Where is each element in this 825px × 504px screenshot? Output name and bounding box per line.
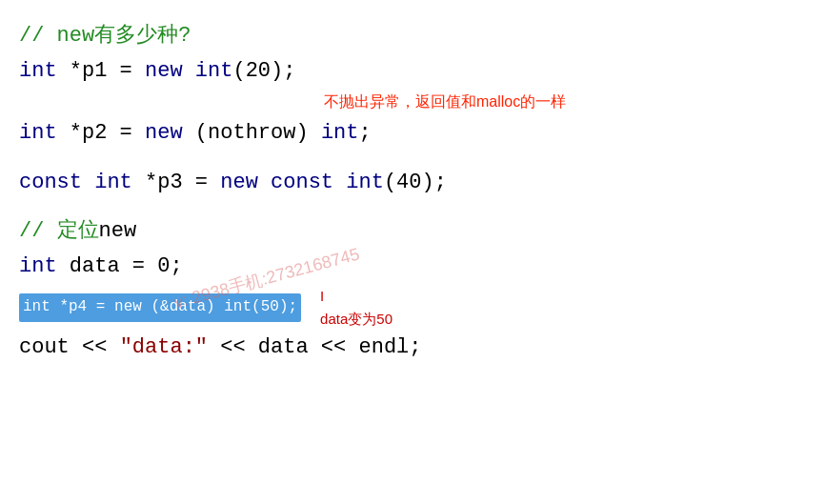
annotation-nothrow: 不抛出异常，返回值和malloc的一样 <box>324 93 566 110</box>
annotation-i: I <box>320 285 392 308</box>
annotation-nothrow-wrapper: 不抛出异常，返回值和malloc的一样 <box>19 90 806 116</box>
keyword-new-2: new <box>145 116 183 150</box>
code-line-3: const int *p3 = new const int(40); <box>19 166 806 199</box>
code-segment-6: cout << <box>19 331 120 364</box>
space-3 <box>82 166 94 199</box>
code-segment-3b: (40); <box>384 166 447 199</box>
keyword-new-1: new <box>145 54 183 88</box>
code-segment-5: *p4 = <box>50 298 114 315</box>
code-line-2: int *p2 = new (nothrow) int; <box>19 116 806 150</box>
keyword-int-2: int <box>19 116 57 150</box>
code-segment-6b: << data << endl; <box>208 331 421 364</box>
code-line-4: int data = 0; <box>19 250 806 283</box>
code-segment-5b: (&data) <box>142 298 224 315</box>
keyword-int-5b: int <box>224 298 252 315</box>
annotation-right-wrapper: I data变为50 <box>320 285 392 331</box>
code-container: // new有多少种? int *p1 = new int(20); 不抛出异常… <box>0 0 825 385</box>
keyword-new-5: new <box>114 298 142 315</box>
keyword-int-3b: int <box>346 166 384 199</box>
code-line-1: int *p1 = new int(20); <box>19 54 806 88</box>
highlighted-code-line-5: int *p4 = new (&data) int(50); <box>19 293 301 322</box>
keyword-int-4: int <box>19 250 57 283</box>
code-segment-2b: (nothrow) <box>183 116 321 150</box>
keyword-int-1: int <box>19 54 57 88</box>
keyword-int-3: int <box>94 166 132 199</box>
spacer-1 <box>19 152 806 166</box>
code-line-6: cout << "data:" << data << endl; <box>19 331 806 364</box>
code-segment-2: *p2 = <box>57 116 145 150</box>
code-segment-1: *p1 = <box>57 54 145 88</box>
code-segment-1b <box>183 54 195 88</box>
code-segment-2c: ; <box>358 116 371 150</box>
space-3c <box>333 166 346 199</box>
keyword-int-2b: int <box>321 116 359 150</box>
annotation-data-change: data变为50 <box>320 308 392 331</box>
keyword-new-3: new <box>220 166 258 199</box>
code-segment-5c: (50); <box>252 298 297 315</box>
code-segment-1c: (20); <box>232 54 295 88</box>
highlighted-line-row: int *p4 = new (&data) int(50); I data变为5… <box>19 285 806 331</box>
code-segment-3: *p3 = <box>132 166 220 199</box>
string-data: "data:" <box>120 331 208 364</box>
keyword-int-5: int <box>23 298 50 315</box>
space-3b <box>258 166 271 199</box>
spacer-2 <box>19 201 806 214</box>
keyword-int-1b: int <box>195 54 233 88</box>
comment-line-2: // 定位new <box>19 214 806 248</box>
code-segment-4: data = 0; <box>57 250 183 283</box>
comment-new-text: new <box>99 214 137 248</box>
keyword-const-3: const <box>19 166 82 199</box>
keyword-const-3b: const <box>271 166 333 199</box>
comment-text-2b: 定位 <box>57 214 99 248</box>
comment-line-1: // new有多少种? <box>19 19 806 52</box>
comment-text-1: // new有多少种? <box>19 19 191 52</box>
comment-text-2: // <box>19 214 57 248</box>
